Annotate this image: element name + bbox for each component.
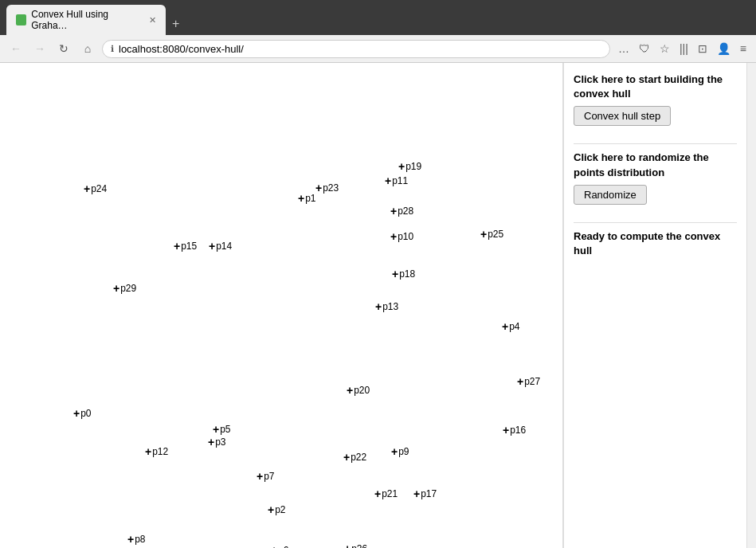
point-cross-icon: + — [413, 487, 420, 500]
scrollbar[interactable] — [746, 63, 756, 548]
point-p26: +p26 — [344, 542, 367, 548]
point-label: p27 — [524, 376, 540, 387]
point-cross-icon: + — [503, 424, 509, 436]
point-label: p18 — [399, 268, 415, 280]
point-p13: +p13 — [375, 300, 398, 313]
point-p15: +p15 — [174, 240, 197, 252]
divider-2 — [574, 222, 737, 223]
point-label: p15 — [181, 241, 197, 252]
point-label: p7 — [264, 471, 274, 482]
point-p3: +p3 — [208, 436, 226, 448]
point-label: p0 — [80, 408, 91, 419]
info-icon: ℹ — [111, 44, 114, 54]
browser-chrome: Convex Hull using Graha… ✕ + — [0, 0, 756, 35]
hamburger-menu-button[interactable]: ≡ — [737, 41, 750, 57]
back-button[interactable]: ← — [6, 39, 25, 58]
point-p21: +p21 — [374, 487, 398, 500]
shield-icon[interactable]: 🛡 — [636, 41, 653, 57]
sidebar: Click here to start building the convex … — [563, 63, 746, 548]
address-bar[interactable] — [119, 43, 601, 55]
point-label: p26 — [351, 543, 367, 548]
point-label: p25 — [488, 229, 503, 240]
point-cross-icon: + — [271, 544, 277, 548]
point-cross-icon: + — [391, 445, 398, 458]
address-bar-container: ℹ — [102, 40, 610, 58]
point-p29: +p29 — [113, 282, 136, 295]
randomize-button[interactable]: Randomize — [574, 185, 647, 205]
divider-1 — [574, 143, 737, 144]
point-label: p22 — [351, 452, 366, 463]
point-label: p28 — [398, 206, 413, 217]
point-p1: +p1 — [298, 192, 316, 205]
point-cross-icon: + — [480, 228, 487, 241]
point-p5: +p5 — [213, 423, 231, 436]
point-label: p20 — [354, 385, 370, 396]
canvas-area: +p19+p11+p23+p1+p24+p28+p10+p25+p15+p14+… — [0, 63, 563, 548]
point-p27: +p27 — [517, 375, 540, 388]
point-cross-icon: + — [208, 436, 214, 448]
point-label: p4 — [509, 321, 519, 332]
convex-hull-step-button[interactable]: Convex hull step — [574, 106, 671, 126]
randomize-label: Click here to randomize the points distr… — [574, 151, 737, 179]
nav-bar: ← → ↻ ⌂ ℹ … 🛡 ☆ ||| ⊡ 👤 ≡ — [0, 35, 756, 63]
point-label: p11 — [392, 175, 408, 186]
overflow-menu-button[interactable]: … — [615, 41, 633, 57]
point-cross-icon: + — [113, 282, 119, 295]
tab-bar: Convex Hull using Graha… ✕ + — [6, 5, 186, 35]
point-cross-icon: + — [209, 240, 215, 252]
point-label: p17 — [421, 488, 437, 499]
point-p24: +p24 — [84, 182, 107, 195]
nav-right-controls: … 🛡 ☆ ||| ⊡ 👤 ≡ — [615, 41, 750, 57]
point-label: p29 — [120, 283, 136, 294]
point-cross-icon: + — [517, 375, 523, 388]
account-button[interactable]: 👤 — [714, 41, 734, 57]
point-p9: +p9 — [391, 445, 409, 458]
point-cross-icon: + — [385, 174, 391, 187]
point-p12: +p12 — [145, 445, 168, 458]
randomize-section: Click here to randomize the points distr… — [574, 151, 737, 212]
tabs-button[interactable]: ⊡ — [695, 41, 711, 57]
point-label: p16 — [510, 425, 526, 436]
point-cross-icon: + — [174, 240, 180, 252]
main-content: +p19+p11+p23+p1+p24+p28+p10+p25+p15+p14+… — [0, 63, 756, 548]
point-p17: +p17 — [413, 487, 437, 500]
point-label: p8 — [135, 534, 145, 545]
point-p4: +p4 — [502, 320, 520, 333]
forward-button[interactable]: → — [30, 39, 49, 58]
point-p0: +p0 — [73, 407, 92, 420]
point-cross-icon: + — [343, 451, 350, 464]
point-label: p23 — [323, 182, 339, 194]
library-button[interactable]: ||| — [676, 41, 691, 57]
home-button[interactable]: ⌂ — [78, 39, 97, 58]
active-tab[interactable]: Convex Hull using Graha… ✕ — [6, 5, 166, 35]
point-p14: +p14 — [209, 240, 232, 252]
start-label: Click here to start building the convex … — [574, 72, 737, 101]
point-label: p12 — [152, 446, 168, 457]
point-p19: +p19 — [398, 160, 421, 173]
status-section: Ready to compute the convex hull — [574, 229, 737, 258]
tab-favicon — [16, 14, 26, 25]
point-label: p5 — [220, 424, 230, 435]
point-cross-icon: + — [127, 533, 134, 546]
reload-button[interactable]: ↻ — [54, 39, 73, 58]
point-label: p2 — [275, 504, 285, 515]
point-cross-icon: + — [213, 423, 219, 436]
start-section: Click here to start building the convex … — [574, 72, 737, 134]
point-p10: +p10 — [390, 230, 413, 243]
point-label: p6 — [278, 545, 288, 548]
point-label: p9 — [398, 446, 409, 457]
point-label: p1 — [305, 193, 315, 204]
new-tab-button[interactable]: + — [166, 13, 186, 35]
point-label: p24 — [91, 183, 107, 194]
point-p8: +p8 — [127, 533, 146, 546]
point-label: p21 — [382, 488, 398, 499]
point-p7: +p7 — [257, 470, 275, 483]
point-cross-icon: + — [257, 470, 263, 483]
point-cross-icon: + — [390, 230, 397, 243]
bookmark-button[interactable]: ☆ — [656, 41, 673, 57]
point-p23: +p23 — [315, 182, 339, 194]
point-label: p14 — [216, 241, 232, 252]
status-text: Ready to compute the convex hull — [574, 229, 737, 258]
point-label: p13 — [382, 301, 398, 312]
tab-close-button[interactable]: ✕ — [149, 15, 156, 25]
